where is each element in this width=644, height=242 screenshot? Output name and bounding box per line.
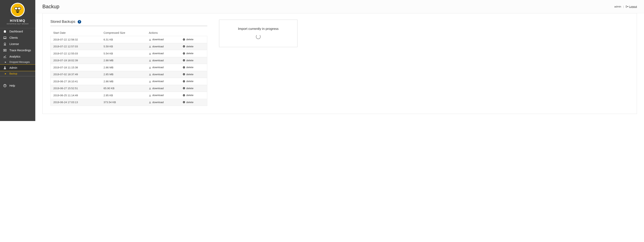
cell-start-date: 2019-06-25 11:14:49 <box>50 92 101 99</box>
download-icon <box>149 101 151 103</box>
delete-button[interactable]: delete <box>183 94 194 97</box>
download-label: download <box>152 73 164 76</box>
sidebar-item-trace-recordings[interactable]: Trace Recordings <box>0 47 35 53</box>
download-icon <box>149 80 151 82</box>
primary-nav: Dashboard Clients License Trace Recordin… <box>0 28 35 89</box>
delete-button[interactable]: delete <box>183 52 194 55</box>
download-button[interactable]: download <box>149 66 164 69</box>
download-button[interactable]: download <box>149 94 164 97</box>
username: admin <box>614 5 621 8</box>
delete-icon <box>183 45 185 48</box>
download-button[interactable]: download <box>149 101 164 104</box>
delete-button[interactable]: delete <box>183 45 194 48</box>
table-row: 2019-07-22 12:57:035.59 KBdownloaddelete <box>50 43 207 50</box>
cell-size: 5.54 KB <box>101 50 146 57</box>
delete-button[interactable]: delete <box>183 80 194 83</box>
cell-size: 2.85 MB <box>101 71 146 78</box>
main-area: Backup admin | Logout Stored Backups ? <box>35 0 644 121</box>
award-icon <box>3 42 7 46</box>
import-status-card: Import currently in progress <box>219 20 298 47</box>
sidebar-sub-label: Dropped Messages <box>10 61 30 63</box>
download-button[interactable]: download <box>149 38 164 41</box>
cell-size: 2.88 MB <box>101 57 146 64</box>
cell-start-date: 2019-06-27 15:52:51 <box>50 85 101 92</box>
brand-block: HIVEMQ ENTERPRISE MQTT BROKER <box>0 0 35 28</box>
download-button[interactable]: download <box>149 45 164 48</box>
sidebar-item-help[interactable]: Help <box>0 82 35 89</box>
content: Stored Backups ? Start Date Compressed S… <box>35 13 644 121</box>
delete-button[interactable]: delete <box>183 101 194 104</box>
delete-button[interactable]: delete <box>183 73 194 76</box>
sidebar-item-admin[interactable]: Admin <box>0 64 35 71</box>
home-icon <box>3 30 7 33</box>
delete-button[interactable]: delete <box>183 59 194 62</box>
brand-logo <box>10 3 25 17</box>
download-icon <box>149 94 151 96</box>
table-row: 2019-06-27 16:10:412.86 MBdownloaddelete <box>50 78 207 85</box>
delete-label: delete <box>186 101 194 104</box>
download-icon <box>149 52 151 55</box>
download-button[interactable]: download <box>149 80 164 83</box>
col-start-date: Start Date <box>50 30 101 36</box>
cell-start-date: 2019-07-22 12:55:03 <box>50 50 101 57</box>
delete-icon <box>183 101 185 103</box>
sidebar-sub-backup[interactable]: ▶ Backup <box>0 71 35 76</box>
cell-start-date: 2019-07-02 18:37:49 <box>50 71 101 78</box>
brand-name: HIVEMQ <box>0 19 35 23</box>
delete-button[interactable]: delete <box>183 87 194 90</box>
sidebar-item-label: Help <box>10 84 15 87</box>
sidebar-item-clients[interactable]: Clients <box>0 35 35 41</box>
sidebar-sub-dropped-messages[interactable]: ▶ Dropped Messages <box>0 60 35 64</box>
table-row: 2019-06-25 11:14:492.95 KBdownloaddelete <box>50 92 207 99</box>
cell-size: 5.59 KB <box>101 43 146 50</box>
delete-label: delete <box>186 52 194 55</box>
download-label: download <box>152 38 164 41</box>
caret-right-icon: ▶ <box>4 61 7 63</box>
user-icon <box>3 66 7 69</box>
sidebar-item-license[interactable]: License <box>0 41 35 47</box>
cell-start-date: 2019-07-22 12:58:32 <box>50 36 101 43</box>
sidebar-item-label: Clients <box>10 36 18 39</box>
download-button[interactable]: download <box>149 52 164 55</box>
table-row: 2019-07-02 18:37:492.85 MBdownloaddelete <box>50 71 207 78</box>
download-label: download <box>152 87 164 90</box>
download-button[interactable]: download <box>149 59 164 62</box>
delete-label: delete <box>186 38 194 41</box>
download-icon <box>149 45 151 48</box>
section-header: Stored Backups ? <box>50 20 207 26</box>
topbar: Backup admin | Logout <box>35 0 644 13</box>
col-compressed-size: Compressed Size <box>101 30 146 36</box>
cell-start-date: 2019-07-18 11:15:38 <box>50 64 101 71</box>
sidebar-item-dashboard[interactable]: Dashboard <box>0 28 35 35</box>
cell-size: 373.54 KB <box>101 99 146 106</box>
download-button[interactable]: download <box>149 87 164 90</box>
sidebar-item-analytics[interactable]: Analytics <box>0 53 35 60</box>
delete-label: delete <box>186 45 194 48</box>
delete-icon <box>183 59 185 61</box>
svg-rect-2 <box>16 11 19 12</box>
nav-spacer <box>0 76 35 82</box>
import-status-message: Import currently in progress <box>223 27 293 31</box>
spinner-icon <box>256 34 260 39</box>
sidebar-item-label: Admin <box>10 66 17 69</box>
cell-size: 6.31 KB <box>101 36 146 43</box>
sidebar-item-label: Dashboard <box>10 30 23 33</box>
delete-button[interactable]: delete <box>183 66 194 69</box>
caret-right-icon: ▶ <box>4 73 7 75</box>
delete-label: delete <box>186 66 194 69</box>
help-badge[interactable]: ? <box>78 20 81 24</box>
svg-point-11 <box>4 67 6 68</box>
download-label: download <box>152 52 164 55</box>
svg-point-6 <box>18 9 19 10</box>
download-label: download <box>152 59 164 62</box>
download-label: download <box>152 45 164 48</box>
download-icon <box>149 73 151 75</box>
logout-label: Logout <box>629 5 637 8</box>
delete-button[interactable]: delete <box>183 38 194 41</box>
import-section: Import currently in progress <box>219 20 298 47</box>
download-button[interactable]: download <box>149 73 164 76</box>
svg-rect-1 <box>16 10 20 11</box>
sidebar-item-label: Trace Recordings <box>10 49 31 52</box>
sidebar: HIVEMQ ENTERPRISE MQTT BROKER Dashboard … <box>0 0 35 121</box>
logout-link[interactable]: Logout <box>626 5 637 8</box>
